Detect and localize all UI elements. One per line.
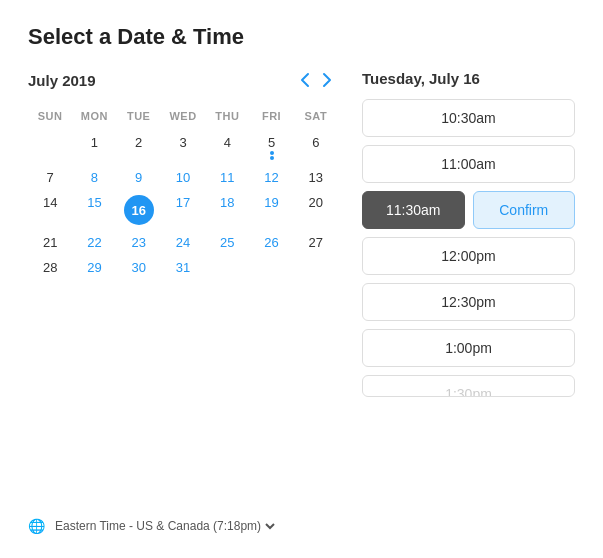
prev-month-button[interactable]: [294, 70, 316, 90]
day-30[interactable]: 30: [117, 255, 161, 280]
date-time-picker: Select a Date & Time July 2019 SUN: [0, 0, 603, 558]
day-7: 7: [28, 165, 72, 190]
day-29[interactable]: 29: [72, 255, 116, 280]
day-12[interactable]: 12: [249, 165, 293, 190]
day-16-wrap[interactable]: 16: [117, 190, 161, 230]
time-slots-list: 10:30am 11:00am 11:30am Confirm 12:00pm …: [362, 99, 575, 397]
time-slot-1030[interactable]: 10:30am: [362, 99, 575, 137]
time-slot-1130-selected[interactable]: 11:30am: [362, 191, 465, 229]
time-section: Tuesday, July 16 10:30am 11:00am 11:30am…: [362, 70, 575, 534]
globe-icon: 🌐: [28, 518, 45, 534]
calendar-section: July 2019 SUN MON TUE WED THU: [28, 70, 338, 534]
day-1: 1: [72, 130, 116, 165]
day-21: 21: [28, 230, 72, 255]
day-23[interactable]: 23: [117, 230, 161, 255]
selected-day-label: Tuesday, July 16: [362, 70, 575, 87]
day-header-wed: WED: [161, 106, 205, 130]
day-header-sat: SAT: [294, 106, 338, 130]
day-19[interactable]: 19: [249, 190, 293, 230]
day-8[interactable]: 8: [72, 165, 116, 190]
calendar-header: July 2019: [28, 70, 338, 90]
day-10[interactable]: 10: [161, 165, 205, 190]
time-slot-1200[interactable]: 12:00pm: [362, 237, 575, 275]
time-slot-100[interactable]: 1:00pm: [362, 329, 575, 367]
day-header-mon: MON: [72, 106, 116, 130]
day-31[interactable]: 31: [161, 255, 205, 280]
time-slot-1230[interactable]: 12:30pm: [362, 283, 575, 321]
day-9[interactable]: 9: [117, 165, 161, 190]
day-11[interactable]: 11: [205, 165, 249, 190]
day-20: 20: [294, 190, 338, 230]
day-14: 14: [28, 190, 72, 230]
time-slot-130[interactable]: 1:30pm: [362, 375, 575, 397]
day-24[interactable]: 24: [161, 230, 205, 255]
day-empty-4: [294, 255, 338, 280]
day-16-selected[interactable]: 16: [124, 195, 154, 225]
day-header-fri: FRI: [249, 106, 293, 130]
calendar-grid: SUN MON TUE WED THU FRI SAT 1 2 3 4 5 6 …: [28, 106, 338, 280]
content-area: July 2019 SUN MON TUE WED THU: [28, 70, 575, 534]
day-15[interactable]: 15: [72, 190, 116, 230]
time-slot-selected-row: 11:30am Confirm: [362, 191, 575, 229]
day-27: 27: [294, 230, 338, 255]
day-empty: [28, 130, 72, 165]
day-header-thu: THU: [205, 106, 249, 130]
day-empty-3: [249, 255, 293, 280]
calendar-month-year: July 2019: [28, 72, 294, 89]
day-25[interactable]: 25: [205, 230, 249, 255]
day-18[interactable]: 18: [205, 190, 249, 230]
day-3: 3: [161, 130, 205, 165]
confirm-button[interactable]: Confirm: [473, 191, 576, 229]
next-month-button[interactable]: [316, 70, 338, 90]
day-header-tue: TUE: [117, 106, 161, 130]
timezone-selector[interactable]: Eastern Time - US & Canada (7:18pm): [51, 518, 278, 534]
day-17[interactable]: 17: [161, 190, 205, 230]
day-28: 28: [28, 255, 72, 280]
time-slot-1100[interactable]: 11:00am: [362, 145, 575, 183]
day-4: 4: [205, 130, 249, 165]
day-empty-2: [205, 255, 249, 280]
timezone-footer: 🌐 Eastern Time - US & Canada (7:18pm): [28, 502, 338, 534]
day-5: 5: [249, 130, 293, 165]
page-title: Select a Date & Time: [28, 24, 575, 50]
day-26[interactable]: 26: [249, 230, 293, 255]
day-header-sun: SUN: [28, 106, 72, 130]
day-6: 6: [294, 130, 338, 165]
day-22[interactable]: 22: [72, 230, 116, 255]
day-13: 13: [294, 165, 338, 190]
day-2: 2: [117, 130, 161, 165]
